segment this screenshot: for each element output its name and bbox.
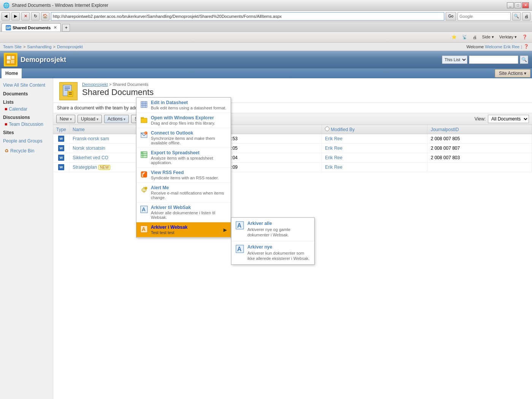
svg-text:!: ! bbox=[145, 132, 146, 135]
page-breadcrumb: Demoprosjekt > Shared Documents bbox=[82, 82, 526, 87]
doc-name-link[interactable]: Strategiplan bbox=[73, 165, 97, 170]
table-row: WSikkerhet ved CO21.04.2009 17:04Erik Re… bbox=[53, 153, 532, 163]
sp-main-layout: View All Site Content Documents Lists ■ … bbox=[0, 78, 532, 399]
sp-navbar: Home Site Actions ▾ bbox=[0, 68, 532, 78]
menu-item-alert-me[interactable]: ! Alert Me Receive e-mail notifications … bbox=[136, 183, 231, 203]
print-icon[interactable]: 🖨 bbox=[522, 12, 530, 21]
list-toolbar: New ▾ Upload ▾ Actions ▾ Settings ▾ View… bbox=[53, 113, 532, 125]
windows-explorer-title: Open with Windows Explorer bbox=[151, 115, 227, 120]
svg-point-28 bbox=[142, 175, 143, 177]
sidebar-section-documents: Documents bbox=[0, 89, 53, 97]
svg-rect-5 bbox=[65, 87, 70, 87]
back-button[interactable]: ◀ bbox=[2, 12, 10, 21]
sp-content-area: Demoprosjekt > Shared Documents Shared D… bbox=[53, 78, 532, 399]
new-tab-button[interactable]: + bbox=[62, 24, 70, 32]
breadcrumb-demoprosjekt[interactable]: Demoprosjekt bbox=[57, 44, 83, 49]
tools-button[interactable]: Verktøy ▾ bbox=[498, 34, 518, 40]
submenu-item-arkiver-alle[interactable]: A Arkiver alle Arkiverer nye og gamle do… bbox=[231, 218, 314, 241]
person-link[interactable]: Erik Ree bbox=[325, 165, 342, 170]
close-button[interactable]: ✕ bbox=[522, 2, 529, 8]
address-bar[interactable] bbox=[51, 12, 444, 21]
new-button[interactable]: New ▾ bbox=[56, 115, 75, 123]
arkiver-alle-content: Arkiver alle Arkiverer nye og gamle doku… bbox=[247, 221, 310, 238]
menu-item-windows-explorer[interactable]: Open with Windows Explorer Drag and drop… bbox=[136, 113, 231, 128]
person-link[interactable]: Erik Ree bbox=[325, 155, 342, 160]
edit-datasheet-title: Edit in Datasheet bbox=[151, 100, 227, 105]
windows-explorer-icon bbox=[140, 116, 148, 124]
nav-item-home[interactable]: Home bbox=[2, 68, 22, 78]
rss-title: View RSS Feed bbox=[151, 170, 227, 175]
person-link[interactable]: Erik Ree bbox=[325, 136, 342, 141]
export-spreadsheet-desc: Analyze items with a spreadsheet applica… bbox=[151, 156, 227, 165]
minimize-button[interactable]: _ bbox=[507, 2, 514, 8]
menu-item-rss[interactable]: View RSS Feed Syndicate items with an RS… bbox=[136, 168, 231, 183]
browser-tab[interactable]: SP Shared Documents ✕ bbox=[2, 23, 61, 32]
alert-me-desc: Receive e-mail notifications when items … bbox=[151, 191, 227, 200]
search-icon[interactable]: 🔍 bbox=[512, 12, 521, 21]
welcome-link[interactable]: Welcome Erik Ree bbox=[485, 44, 519, 49]
arkiver-nye-icon: A bbox=[235, 244, 244, 253]
stop-button[interactable]: ✕ bbox=[21, 12, 30, 21]
connect-outlook-title: Connect to Outlook bbox=[151, 130, 227, 136]
breadcrumb-team-site[interactable]: Team Site bbox=[3, 44, 22, 49]
breadcrumb-sep1: > bbox=[23, 44, 25, 49]
view-label: View: bbox=[475, 116, 486, 122]
page-icon-inner bbox=[62, 84, 75, 98]
col-modified-by[interactable]: Modified By bbox=[322, 125, 428, 134]
page-breadcrumb-link[interactable]: Demoprosjekt bbox=[82, 82, 108, 87]
view-all-content-link[interactable]: View All Site Content bbox=[0, 81, 53, 89]
alert-me-title: Alert Me bbox=[151, 185, 227, 190]
sidebar-item-recycle-bin[interactable]: ♻ Recycle Bin bbox=[0, 147, 53, 154]
menu-item-arkiver-i-websak[interactable]: A Arkiver i Websak Test test test ▶ bbox=[136, 222, 231, 238]
svg-rect-2 bbox=[7, 60, 10, 63]
col-type[interactable]: Type bbox=[53, 125, 70, 134]
sidebar-item-calendar[interactable]: ■ Calendar bbox=[0, 106, 53, 112]
refresh-button[interactable]: ↻ bbox=[31, 12, 40, 21]
row-journal-cell: 2 008 007 803 bbox=[428, 153, 532, 163]
sp-search-input[interactable] bbox=[469, 55, 518, 64]
maximize-button[interactable]: □ bbox=[515, 2, 521, 8]
sp-sidebar: View All Site Content Documents Lists ■ … bbox=[0, 78, 53, 399]
menu-item-export-spreadsheet[interactable]: A Export to Spreadsheet Analyze items wi… bbox=[136, 148, 231, 168]
arkiver-alle-icon: A bbox=[235, 221, 244, 230]
alert-me-content: Alert Me Receive e-mail notifications wh… bbox=[151, 185, 227, 200]
view-select[interactable]: All Documents Explorer View bbox=[488, 115, 529, 123]
doc-name-link[interactable]: Fransk-norsk sam bbox=[73, 136, 109, 141]
help-icon[interactable]: ❓ bbox=[524, 44, 529, 49]
row-journal-cell: 2 008 007 807 bbox=[428, 144, 532, 153]
tab-close-icon[interactable]: ✕ bbox=[54, 25, 57, 30]
word-doc-icon: W bbox=[58, 136, 64, 142]
sp-search-button[interactable]: 🔍 bbox=[520, 55, 528, 64]
site-actions-button[interactable]: Site Actions ▾ bbox=[495, 69, 530, 78]
sidebar-section-people[interactable]: People and Groups bbox=[0, 136, 53, 144]
menu-item-arkiver-websak[interactable]: A Arkiver til WebSak Arkiver alle dokume… bbox=[136, 203, 231, 222]
help-button[interactable]: ❓ bbox=[521, 34, 529, 40]
submenu-item-arkiver-nye[interactable]: A Arkiver nye Arkiverer kun dokumenter s… bbox=[231, 241, 314, 265]
forward-button[interactable]: ▶ bbox=[11, 12, 20, 21]
doc-name-link[interactable]: Sikkerhet ved CO bbox=[73, 155, 108, 160]
menu-item-edit-datasheet[interactable]: Edit in Datasheet Bulk edit items using … bbox=[136, 98, 231, 113]
row-type-cell: W bbox=[53, 144, 70, 153]
sidebar-item-team-discussion[interactable]: ■ Team Discussion bbox=[0, 121, 53, 128]
row-modified-by-cell: Erik Ree bbox=[322, 144, 428, 153]
svg-marker-17 bbox=[141, 117, 144, 118]
new-arrow-icon: ▾ bbox=[70, 117, 72, 121]
search-input[interactable] bbox=[458, 12, 511, 21]
sp-search-scope[interactable]: This List All Sites bbox=[442, 55, 467, 64]
menu-item-connect-outlook[interactable]: ! Connect to Outlook Synchronize items a… bbox=[136, 128, 231, 148]
arkiver-websak-content: Arkiver til WebSak Arkiver alle dokument… bbox=[151, 205, 227, 220]
rss-icon[interactable]: 📡 bbox=[461, 34, 469, 40]
upload-button[interactable]: Upload ▾ bbox=[78, 115, 102, 123]
go-button[interactable]: Go bbox=[446, 12, 456, 21]
col-journal-id[interactable]: JournalpostID bbox=[428, 125, 532, 134]
actions-button[interactable]: Actions ▾ bbox=[104, 115, 129, 123]
side-button[interactable]: Side ▾ bbox=[481, 34, 496, 40]
breadcrumb-samhandling[interactable]: Samhandling bbox=[27, 44, 51, 49]
favorites-icon[interactable]: ⭐ bbox=[450, 34, 458, 40]
arkiver-websak-desc: Arkiver alle dokumentene i listen til We… bbox=[151, 211, 227, 220]
print-button[interactable]: 🖨 bbox=[471, 34, 478, 40]
home-button[interactable]: 🏠 bbox=[41, 12, 49, 21]
person-link[interactable]: Erik Ree bbox=[325, 146, 342, 151]
doc-name-link[interactable]: Norsk storsatsin bbox=[73, 146, 105, 151]
actions-dropdown: Edit in Datasheet Bulk edit items using … bbox=[136, 97, 231, 238]
